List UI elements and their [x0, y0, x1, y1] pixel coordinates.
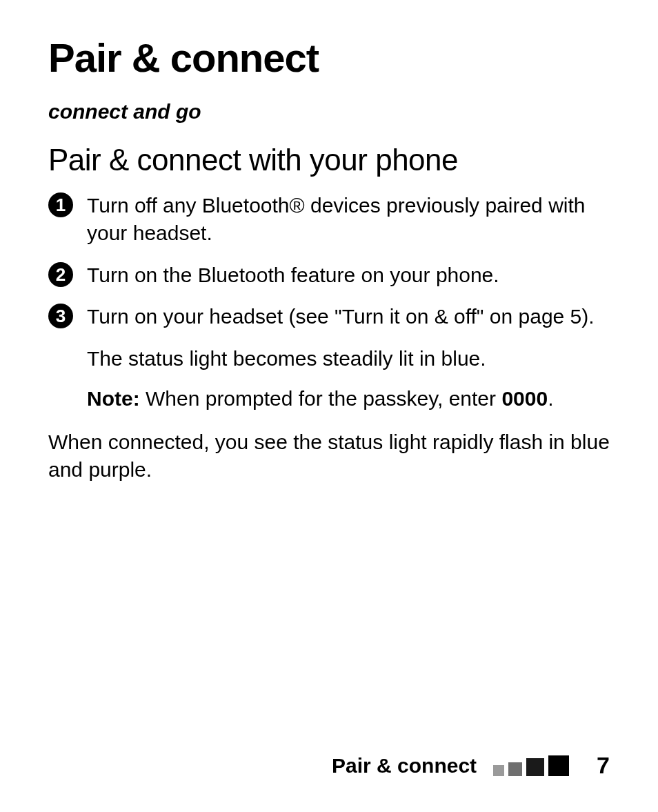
note-period: . — [548, 387, 553, 410]
step-number-icon: 1 — [48, 192, 73, 217]
step-text: Turn on your headset (see "Turn it on & … — [87, 303, 595, 331]
step-text: Turn on the Bluetooth feature on your ph… — [87, 261, 499, 290]
steps-list: 1 Turn off any Bluetooth® devices previo… — [48, 192, 610, 331]
note-line: Note: When prompted for the passkey, ent… — [87, 385, 610, 413]
tagline: connect and go — [48, 100, 610, 123]
body-paragraph: When connected, you see the status light… — [48, 428, 610, 484]
page-title: Pair & connect — [48, 34, 610, 81]
footer-section-label: Pair & connect — [332, 754, 477, 778]
square-icon — [526, 758, 544, 776]
passkey: 0000 — [501, 387, 548, 410]
section-heading: Pair & connect with your phone — [48, 143, 610, 178]
step-item: 1 Turn off any Bluetooth® devices previo… — [48, 192, 610, 248]
footer-decoration-icon — [489, 755, 569, 776]
square-icon — [548, 755, 569, 776]
note-text: When prompted for the passkey, enter — [140, 387, 502, 410]
step-text: Turn off any Bluetooth® devices previous… — [87, 192, 610, 248]
step-item: 3 Turn on your headset (see "Turn it on … — [48, 303, 610, 331]
step-item: 2 Turn on the Bluetooth feature on your … — [48, 261, 610, 290]
page-number: 7 — [597, 752, 610, 779]
step-number-icon: 3 — [48, 304, 73, 328]
square-icon — [508, 762, 522, 776]
status-line: The status light becomes steadily lit in… — [87, 345, 610, 373]
note-label: Note: — [87, 387, 140, 410]
step-number-icon: 2 — [48, 262, 73, 287]
square-icon — [493, 765, 504, 776]
page-footer: Pair & connect 7 — [332, 752, 610, 779]
document-page: Pair & connect connect and go Pair & con… — [0, 0, 658, 812]
